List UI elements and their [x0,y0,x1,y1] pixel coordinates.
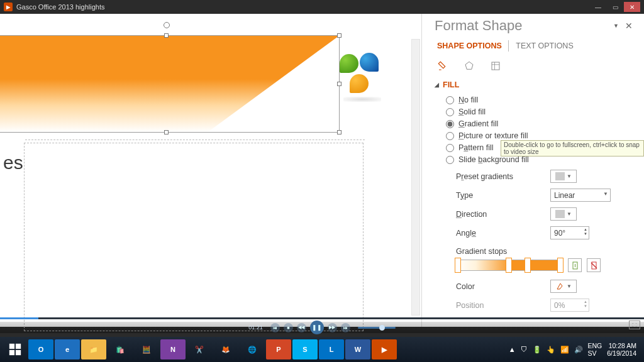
fullscreen-button[interactable]: ⛶ [629,321,640,329]
remove-gradient-stop-button[interactable] [587,258,601,272]
label-preset-gradients: Preset gradients [456,172,550,181]
label-type: Type [456,191,550,200]
color-picker[interactable]: ▼ [550,280,577,293]
tray-network-icon[interactable]: 📶 [560,346,569,354]
format-shape-pane: Format Shape ▼ ✕ SHAPE OPTIONS TEXT OPTI… [421,14,644,327]
close-button[interactable]: ✕ [624,2,640,12]
slide-text-fragment: es [3,152,23,173]
fill-option-picture[interactable]: Picture or texture fill [446,131,633,140]
fill-section-header[interactable]: ◢ FILL [435,80,633,89]
video-progress-track[interactable] [0,317,644,319]
fill-line-icon[interactable] [436,59,450,73]
player-app-icon: ▶ [4,3,13,11]
minimize-button[interactable]: — [590,2,606,12]
taskbar-skype-icon[interactable]: S [292,339,318,359]
system-tray: ▲ ⛉ 🔋 👆 📶 🔊 ENGSV 10:28 AM 6/19/2014 [504,342,641,357]
maximize-button[interactable]: ▭ [607,2,623,12]
angle-spinner[interactable]: 90° ▲▼ [550,226,589,239]
volume-slider[interactable] [358,327,396,329]
stop-button[interactable]: ■ [284,323,293,332]
powerpoint-frame: es Format Shape ▼ ✕ SHAPE OPTIONS TEXT O… [0,14,644,327]
pane-close-button[interactable]: ✕ [625,21,633,31]
taskbar-explorer-icon[interactable]: 📁 [81,339,106,359]
taskbar-lync-icon[interactable]: L [319,339,344,359]
fill-option-slidebg[interactable]: Slide background fill [446,155,633,164]
svg-rect-9 [16,344,21,349]
tray-chevron-icon[interactable]: ▲ [509,346,516,353]
svg-rect-11 [16,350,21,355]
vertical-scrollbar[interactable] [411,39,420,315]
tray-volume-icon[interactable]: 🔊 [574,346,583,354]
pane-options-button[interactable]: ▼ [613,23,619,29]
taskbar-outlook-icon[interactable]: O [28,339,53,359]
pane-tabs: SHAPE OPTIONS TEXT OPTIONS [435,41,633,50]
tray-touch-icon[interactable]: 👆 [547,346,555,354]
size-properties-icon[interactable] [489,59,502,73]
gradient-shape [0,36,339,132]
taskbar-powerpoint-icon[interactable]: P [266,339,291,359]
taskbar-ie-icon[interactable]: e [55,339,80,359]
video-progress-fill [0,317,38,319]
taskbar-chrome-icon[interactable]: 🌐 [240,339,265,359]
label-direction: Direction [456,210,550,219]
svg-rect-8 [9,344,14,349]
taskbar-player-icon[interactable]: ▶ [372,339,397,359]
fill-option-none[interactable]: NNo fillo fill [446,96,633,104]
start-button[interactable] [3,339,28,359]
placeholder-dashed [24,143,364,331]
slide-canvas[interactable]: es [0,14,421,327]
taskbar-word-icon[interactable]: W [345,339,370,359]
preset-gradients-picker[interactable]: ▼ [550,170,577,183]
taskbar-onenote-icon[interactable]: N [160,339,186,359]
gradient-stops-bar[interactable] [456,260,563,271]
video-time: 01:21 [248,324,263,331]
player-title: Gasco Office 2013 highlights [16,3,589,11]
svg-rect-10 [9,350,14,355]
collapse-triangle-icon: ◢ [435,82,439,88]
direction-picker[interactable]: ▼ [550,207,577,221]
fill-option-gradient[interactable]: Gradient fill [446,119,633,128]
tab-text-options[interactable]: TEXT OPTIONS [511,40,575,52]
video-controls: 01:21 ⏮ ■ ◀◀ ❚❚ ▶▶ ⏭ [0,322,644,333]
player-titlebar: ▶ Gasco Office 2013 highlights — ▭ ✕ [0,0,644,14]
type-dropdown[interactable]: Linear▼ [550,189,611,202]
fastfwd-button[interactable]: ▶▶ [328,323,337,332]
tray-clock[interactable]: 10:28 AM 6/19/2014 [607,342,636,357]
svg-marker-0 [465,62,473,69]
windows-taskbar: O e 📁 🛍️ 🧮 N ✂️ 🦊 🌐 P S L W ▶ ▲ ⛉ 🔋 👆 📶 … [0,337,644,362]
taskbar-store-icon[interactable]: 🛍️ [108,339,133,359]
taskbar-firefox-icon[interactable]: 🦊 [213,339,238,359]
label-color: Color [456,282,550,291]
taskbar-snip-icon[interactable]: ✂️ [187,339,212,359]
tray-shield-icon[interactable]: ⛉ [521,346,528,353]
taskbar-calc-icon[interactable]: 🧮 [134,339,159,359]
tab-shape-options[interactable]: SHAPE OPTIONS [435,40,509,52]
label-angle: Angle [456,229,550,238]
effects-icon[interactable] [462,59,476,73]
tray-language[interactable]: ENGSV [588,342,602,357]
slide-logo [338,53,387,102]
svg-rect-1 [492,62,499,70]
tray-battery-icon[interactable]: 🔋 [533,346,541,354]
fullscreen-tooltip: Double-click to go to fullscreen, ctrl+c… [501,140,644,156]
label-position: Position [456,301,550,310]
fill-option-solid[interactable]: Solid fill [446,107,633,116]
add-gradient-stop-button[interactable] [568,258,582,272]
pane-title: Format Shape [435,18,609,34]
play-pause-button[interactable]: ❚❚ [310,321,324,334]
prev-button[interactable]: ⏮ [270,323,280,332]
label-gradient-stops: Gradient stops [456,247,633,256]
selected-shape[interactable] [0,35,340,133]
next-button[interactable]: ⏭ [341,323,350,332]
position-spinner[interactable]: 0%▲▼ [550,299,589,312]
rewind-button[interactable]: ◀◀ [297,323,306,332]
